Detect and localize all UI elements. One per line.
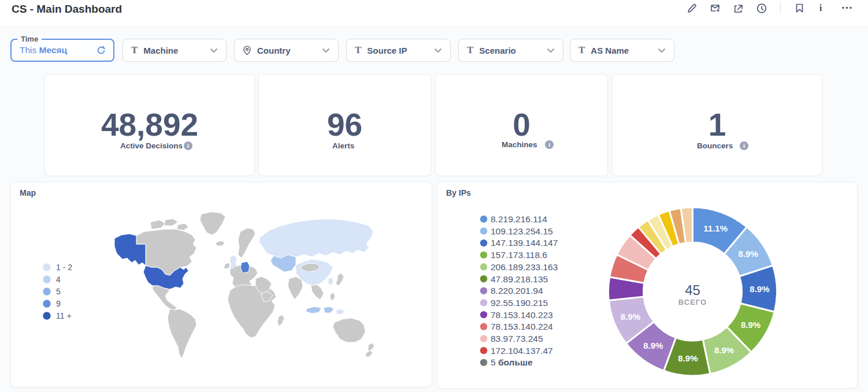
- svg-text:11 +: 11 +: [56, 311, 72, 320]
- svg-text:83.97.73.245: 83.97.73.245: [491, 334, 543, 344]
- svg-text:4: 4: [56, 275, 61, 284]
- svg-text:206.189.233.163: 206.189.233.163: [491, 262, 558, 272]
- svg-text:8.220.201.94: 8.220.201.94: [491, 286, 543, 296]
- svg-text:5: 5: [56, 287, 61, 296]
- svg-text:ВСЕГО: ВСЕГО: [678, 298, 707, 307]
- svg-text:8.9%: 8.9%: [678, 353, 698, 363]
- svg-text:8.9%: 8.9%: [739, 249, 758, 259]
- svg-text:45: 45: [685, 282, 700, 298]
- svg-text:1 - 2: 1 - 2: [56, 263, 72, 272]
- svg-text:109.123.254.15: 109.123.254.15: [491, 226, 553, 236]
- svg-text:8.9%: 8.9%: [643, 341, 663, 350]
- svg-text:157.173.118.6: 157.173.118.6: [491, 250, 547, 260]
- svg-text:9: 9: [56, 299, 61, 308]
- svg-text:5 больше: 5 больше: [491, 357, 533, 367]
- svg-text:78.153.140.224: 78.153.140.224: [491, 322, 553, 331]
- svg-text:8.9%: 8.9%: [621, 312, 640, 322]
- svg-text:8.219.216.114: 8.219.216.114: [491, 214, 547, 224]
- svg-text:47.89.218.135: 47.89.218.135: [491, 274, 548, 284]
- svg-text:172.104.137.47: 172.104.137.47: [491, 346, 553, 356]
- svg-text:92.55.190.215: 92.55.190.215: [491, 298, 548, 308]
- svg-text:11.1%: 11.1%: [703, 223, 728, 233]
- svg-text:8.9%: 8.9%: [714, 345, 734, 355]
- svg-text:78.153.140.223: 78.153.140.223: [491, 310, 553, 320]
- svg-text:8.9%: 8.9%: [750, 284, 769, 294]
- svg-text:8.9%: 8.9%: [741, 320, 761, 330]
- svg-text:147.139.144.147: 147.139.144.147: [491, 238, 558, 248]
